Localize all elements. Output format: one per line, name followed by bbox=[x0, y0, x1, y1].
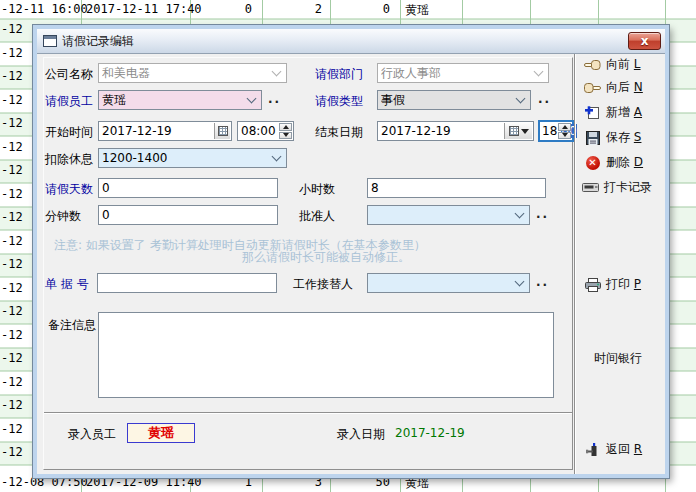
remarks-label: 备注信息 bbox=[48, 317, 96, 334]
end-date-field[interactable]: 2017-12-19 bbox=[377, 121, 534, 141]
hours-input[interactable]: 8 bbox=[367, 178, 546, 198]
bg-clipped-cell-text: -12 bbox=[1, 163, 23, 178]
bg-cell-number: 0 bbox=[334, 2, 390, 17]
spin-down-icon[interactable] bbox=[279, 132, 292, 140]
department-label: 请假部门 bbox=[315, 66, 363, 83]
bg-clipped-cell-text: -12 bbox=[1, 351, 23, 366]
spin-up-icon[interactable] bbox=[279, 123, 292, 131]
end-time-hh: 18 bbox=[542, 124, 557, 138]
return-exit-icon bbox=[584, 442, 601, 457]
leave-record-edit-dialog: 请假记录编辑 x 公司名称 和美电器 请假部门 行政人事部 请假员工 黄瑶 ..… bbox=[33, 25, 669, 478]
chevron-down-icon bbox=[534, 66, 544, 76]
department-value: 行政人事部 bbox=[381, 65, 441, 82]
leave-type-browse-button[interactable]: .. bbox=[538, 92, 551, 106]
save-disk-icon bbox=[584, 130, 601, 145]
end-date-calendar-button[interactable] bbox=[504, 123, 532, 139]
forward-button[interactable]: 向前 L bbox=[584, 56, 641, 73]
add-button[interactable]: 新增 A bbox=[584, 104, 642, 121]
end-time-field[interactable]: 18:00 bbox=[538, 120, 574, 142]
bg-cell-number: 0 bbox=[192, 2, 252, 17]
entry-employee-name: 黄瑶 bbox=[148, 424, 174, 442]
dialog-icon bbox=[43, 35, 57, 47]
end-date-label: 结束日期 bbox=[315, 124, 363, 141]
approver-label: 批准人 bbox=[299, 208, 335, 225]
start-date-calendar-button[interactable] bbox=[214, 123, 230, 139]
bg-clipped-cell-text: -12 bbox=[1, 398, 23, 413]
start-time-spinner[interactable] bbox=[279, 123, 292, 139]
hand-left-icon bbox=[584, 57, 601, 72]
add-record-icon bbox=[584, 105, 601, 120]
dropdown-arrow-icon bbox=[521, 129, 529, 138]
bg-clipped-cell-text: -12 bbox=[1, 304, 23, 319]
entry-date-label: 录入日期 bbox=[337, 426, 385, 443]
deduct-rest-label: 扣除休息 bbox=[45, 151, 93, 168]
entry-date-value: 2017-12-19 bbox=[395, 426, 465, 440]
substitute-label: 工作接替人 bbox=[293, 276, 353, 293]
close-icon: x bbox=[641, 35, 649, 47]
bg-clipped-cell-text: -12 bbox=[1, 422, 23, 437]
start-time-label: 开始时间 bbox=[45, 124, 93, 141]
punch-records-button[interactable]: 打卡记录 bbox=[582, 179, 652, 196]
bg-cell-name: 黄瑶 bbox=[405, 2, 429, 17]
approver-browse-button[interactable]: .. bbox=[536, 207, 549, 221]
bg-clipped-cell-text: -12 bbox=[1, 140, 23, 155]
bg-cell-number: 2 bbox=[266, 2, 322, 17]
deduct-rest-combobox[interactable]: 1200-1400 bbox=[98, 148, 287, 168]
bg-clipped-cell-text: -12 bbox=[1, 328, 23, 343]
leave-days-label: 请假天数 bbox=[45, 181, 93, 198]
leave-days-input[interactable]: 0 bbox=[98, 178, 278, 198]
bg-clipped-cell-text: -12 bbox=[1, 257, 23, 272]
bg-clipped-cell-text: -12 bbox=[1, 210, 23, 225]
bg-clipped-cell-text: -12 bbox=[1, 22, 23, 37]
calendar-icon bbox=[509, 126, 519, 136]
bg-clipped-cell-text: -12 bbox=[1, 375, 23, 390]
chevron-down-icon bbox=[516, 93, 526, 103]
start-date-field[interactable]: 2017-12-19 bbox=[98, 121, 232, 141]
chevron-down-icon bbox=[515, 276, 525, 286]
approver-combobox[interactable] bbox=[367, 205, 530, 225]
department-combobox: 行政人事部 bbox=[377, 63, 549, 83]
note-line-2: 那么请假时长可能被自动修正。 bbox=[242, 249, 410, 266]
company-label: 公司名称 bbox=[45, 66, 93, 83]
chevron-down-icon bbox=[272, 151, 282, 161]
dialog-title: 请假记录编辑 bbox=[62, 33, 134, 50]
close-button[interactable]: x bbox=[628, 32, 661, 50]
print-button[interactable]: 打印 P bbox=[584, 276, 641, 293]
bg-clipped-cell-text: -12 bbox=[1, 69, 23, 84]
substitute-combobox[interactable] bbox=[367, 273, 530, 293]
backward-button[interactable]: 向后 N bbox=[584, 79, 643, 96]
bg-clipped-cell-text: -12 bbox=[1, 445, 23, 460]
leave-days-value: 0 bbox=[102, 181, 110, 195]
end-time-spinner[interactable] bbox=[558, 123, 571, 139]
spin-up-icon[interactable] bbox=[558, 123, 571, 131]
save-button[interactable]: 保存 S bbox=[584, 129, 641, 146]
leave-type-combobox[interactable]: 事假 bbox=[377, 90, 531, 110]
start-time-field[interactable]: 08:00 bbox=[237, 121, 294, 141]
company-combobox: 和美电器 bbox=[98, 63, 287, 83]
chevron-down-icon bbox=[272, 66, 282, 76]
time-bank-button[interactable]: 时间银行 bbox=[594, 350, 642, 367]
chevron-down-icon bbox=[515, 208, 525, 218]
bg-cell-datetime: -12-11 16:00 bbox=[1, 2, 88, 17]
doc-no-input[interactable] bbox=[97, 273, 277, 293]
command-panel: 向前 L 向后 N 新增 A 保存 S ✕ bbox=[574, 54, 665, 474]
delete-icon: ✕ bbox=[584, 155, 601, 170]
leave-type-value: 事假 bbox=[381, 92, 405, 109]
remarks-textarea[interactable] bbox=[98, 312, 554, 398]
employee-browse-button[interactable]: .. bbox=[268, 92, 281, 106]
return-button[interactable]: 返回 R bbox=[584, 441, 642, 458]
dialog-titlebar[interactable]: 请假记录编辑 x bbox=[37, 29, 665, 54]
employee-combobox[interactable]: 黄瑶 bbox=[98, 90, 262, 110]
bg-clipped-cell-text: -12 bbox=[1, 187, 23, 202]
entry-employee-value: 黄瑶 bbox=[127, 423, 195, 443]
company-value: 和美电器 bbox=[102, 65, 150, 82]
chevron-down-icon bbox=[247, 93, 257, 103]
spin-down-icon[interactable] bbox=[558, 132, 571, 140]
substitute-browse-button[interactable]: .. bbox=[536, 275, 549, 289]
minutes-input[interactable]: 0 bbox=[98, 205, 278, 225]
doc-no-label: 单 据 号 bbox=[45, 276, 89, 293]
hand-right-icon bbox=[584, 80, 601, 95]
bg-clipped-cell-text: -12 bbox=[1, 234, 23, 249]
bg-clipped-cell-text: -12 bbox=[1, 93, 23, 108]
delete-button[interactable]: ✕ 删除 D bbox=[584, 154, 643, 171]
